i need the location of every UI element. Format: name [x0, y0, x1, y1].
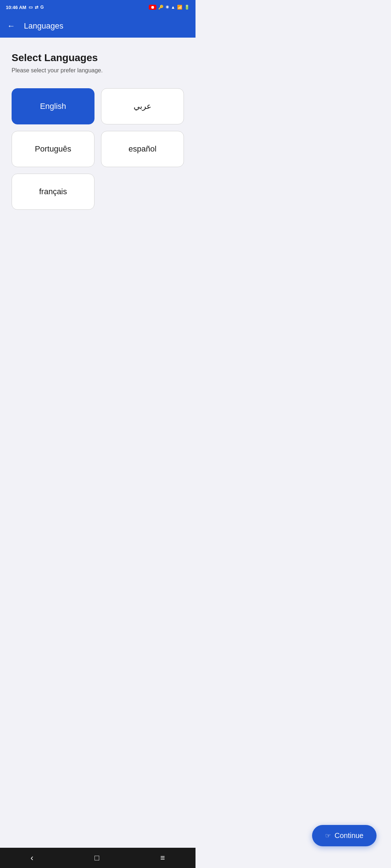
status-time: 10:46 AM	[6, 5, 26, 10]
language-button-arabic[interactable]: عربي	[101, 88, 184, 124]
language-button-portuguese[interactable]: Português	[12, 131, 94, 167]
app-bar: ← Languages	[0, 14, 196, 38]
screen-record-icon: ▭	[29, 5, 33, 10]
language-row-3: français	[12, 174, 184, 210]
key-icon: 🔑	[158, 5, 164, 10]
status-right: ⏺ 🔑 ✳ ▲ 📶 🔋	[149, 5, 190, 10]
page-title: Select Languages	[12, 52, 184, 64]
page-subtitle: Please select your prefer language.	[12, 67, 184, 74]
language-row-2: Português español	[12, 131, 184, 167]
app-bar-title: Languages	[24, 21, 63, 31]
signal-icon: ▲	[171, 5, 175, 10]
bluetooth-icon: ✳	[165, 5, 169, 10]
status-bar: 10:46 AM ▭ ⇄ G ⏺ 🔑 ✳ ▲ 📶 🔋	[0, 0, 196, 14]
back-button[interactable]: ←	[7, 21, 15, 31]
google-icon: G	[41, 5, 44, 10]
record-indicator: ⏺	[149, 5, 156, 10]
language-button-english[interactable]: English	[12, 88, 94, 124]
language-row-1: English عربي	[12, 88, 184, 124]
language-button-french[interactable]: français	[12, 174, 94, 210]
wifi-icon: 📶	[177, 5, 182, 10]
language-button-spanish[interactable]: español	[101, 131, 184, 167]
status-left: 10:46 AM ▭ ⇄ G	[6, 5, 44, 10]
battery-icon: 🔋	[184, 5, 190, 10]
cast-icon: ⇄	[35, 5, 38, 10]
main-content: Select Languages Please select your pref…	[0, 38, 196, 434]
